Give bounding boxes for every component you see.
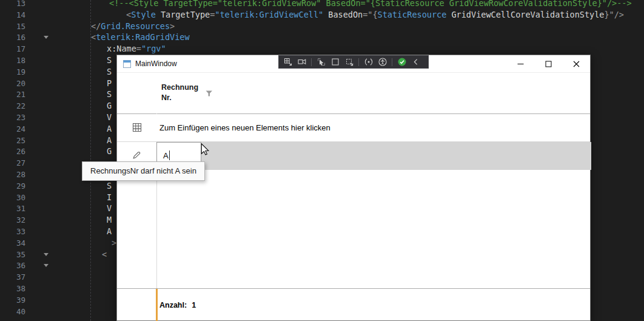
line-number: 14 <box>0 9 25 21</box>
code-text: A <box>107 226 112 237</box>
insert-new-row[interactable]: Zum Einfügen eines neuen Elements hier k… <box>117 114 590 142</box>
record-icon[interactable] <box>297 58 306 67</box>
minimize-button[interactable] <box>506 55 534 73</box>
line-number: 37 <box>0 271 25 283</box>
accessibility-checker-icon[interactable] <box>378 58 387 67</box>
code-text: I <box>107 192 112 203</box>
code-text: </Grid.Resources> <box>91 21 175 32</box>
line-number: 22 <box>0 100 25 112</box>
display-adorners-icon[interactable] <box>330 58 340 67</box>
code-line-15[interactable]: 15</Grid.Resources> <box>0 21 644 32</box>
line-number: 34 <box>0 237 25 249</box>
code-text: G <box>107 100 112 112</box>
line-number: 35 <box>0 249 25 260</box>
line-number: 21 <box>0 89 25 100</box>
line-number: 24 <box>0 123 25 135</box>
code-text: A <box>107 135 112 146</box>
line-number: 39 <box>0 294 25 306</box>
fold-chevron-icon[interactable] <box>44 36 49 39</box>
mainwindow: MainWindow <box>116 55 591 321</box>
code-line-14[interactable]: 14<Style TargetType="telerik:GridViewCel… <box>0 9 644 21</box>
code-text: < <box>102 249 107 260</box>
filter-icon[interactable] <box>206 90 213 96</box>
minimize-icon <box>517 61 524 67</box>
code-text: G <box>107 146 112 157</box>
footer-count: Anzahl:1 <box>159 289 196 321</box>
line-number: 28 <box>0 169 25 180</box>
close-icon <box>573 61 580 67</box>
code-line-16[interactable]: 16<telerik:RadGridView <box>0 32 644 43</box>
maximize-button[interactable] <box>534 55 562 73</box>
enable-selection-icon[interactable] <box>317 58 326 67</box>
footer-accent-strip <box>156 289 158 321</box>
edit-row[interactable] <box>156 142 591 170</box>
line-number: 15 <box>0 21 25 32</box>
text-caret <box>169 150 170 160</box>
code-text: M <box>107 214 112 226</box>
toolbar-separator <box>392 58 392 66</box>
line-number: 23 <box>0 112 25 123</box>
line-number: 29 <box>0 180 25 192</box>
code-text: > <box>112 237 116 249</box>
code-text: <telerik:RadGridView <box>91 32 190 43</box>
debug-toolbar <box>278 55 429 69</box>
toolbar-separator <box>311 58 312 66</box>
code-line-13[interactable]: 13<!--<Style TargetType="telerik:GridVie… <box>0 0 644 9</box>
code-text: S <box>107 66 112 78</box>
code-text: P <box>107 78 112 89</box>
window-title: MainWindow <box>135 55 177 73</box>
window-controls <box>506 55 590 73</box>
hot-reload-icon[interactable] <box>364 58 373 67</box>
code-line-17[interactable]: 17x:Name="rgv" <box>0 43 644 55</box>
collapse-toolbar-icon[interactable] <box>411 58 420 67</box>
line-number: 32 <box>0 214 25 226</box>
line-number: 27 <box>0 157 25 169</box>
close-button[interactable] <box>562 55 590 73</box>
line-number: 26 <box>0 146 25 157</box>
go-to-live-visual-tree-icon[interactable] <box>283 58 292 67</box>
line-number: 18 <box>0 55 25 66</box>
line-number: 13 <box>0 0 25 9</box>
maximize-icon <box>545 61 552 67</box>
fold-chevron-icon[interactable] <box>44 253 49 256</box>
window-icon <box>123 60 131 68</box>
new-row-indicator-icon <box>132 123 142 132</box>
line-number: 30 <box>0 192 25 203</box>
line-number: 19 <box>0 66 25 78</box>
screen: 13<!--<Style TargetType="telerik:GridVie… <box>0 0 644 321</box>
code-text: S <box>107 89 112 100</box>
line-number: 38 <box>0 283 25 294</box>
line-number: 16 <box>0 32 25 43</box>
mouse-cursor <box>201 143 209 155</box>
status-ok-icon[interactable] <box>397 58 406 67</box>
line-number: 40 <box>0 306 25 317</box>
line-number: 25 <box>0 135 25 146</box>
code-text: <Style TargetType="telerik:GridViewCell"… <box>126 9 624 21</box>
code-text: <!--<Style TargetType="telerik:GridViewR… <box>109 0 632 9</box>
footer-count-value: 1 <box>192 301 196 309</box>
fold-chevron-icon[interactable] <box>44 264 49 267</box>
column-header-rechnung-nr[interactable]: Rechnung Nr. <box>161 83 201 103</box>
edit-row-indicator-icon[interactable] <box>132 150 141 160</box>
line-number: 33 <box>0 226 25 237</box>
toolbar-separator <box>358 58 359 66</box>
validation-tooltip: RechnungsNr darf nicht A sein <box>82 161 205 181</box>
line-number: 31 <box>0 203 25 214</box>
line-number: 17 <box>0 43 25 55</box>
footer-count-label: Anzahl: <box>159 301 187 309</box>
line-number: 20 <box>0 78 25 89</box>
code-text: A <box>107 123 112 135</box>
code-text: S <box>107 180 112 192</box>
code-text: S <box>107 55 112 66</box>
track-focused-element-icon[interactable] <box>344 58 354 67</box>
code-text: x:Name="rgv" <box>107 43 166 55</box>
insert-new-row-text: Zum Einfügen eines neuen Elements hier k… <box>159 114 330 141</box>
line-number: 36 <box>0 260 25 271</box>
code-text: V <box>107 112 112 123</box>
code-text: V <box>107 203 112 214</box>
